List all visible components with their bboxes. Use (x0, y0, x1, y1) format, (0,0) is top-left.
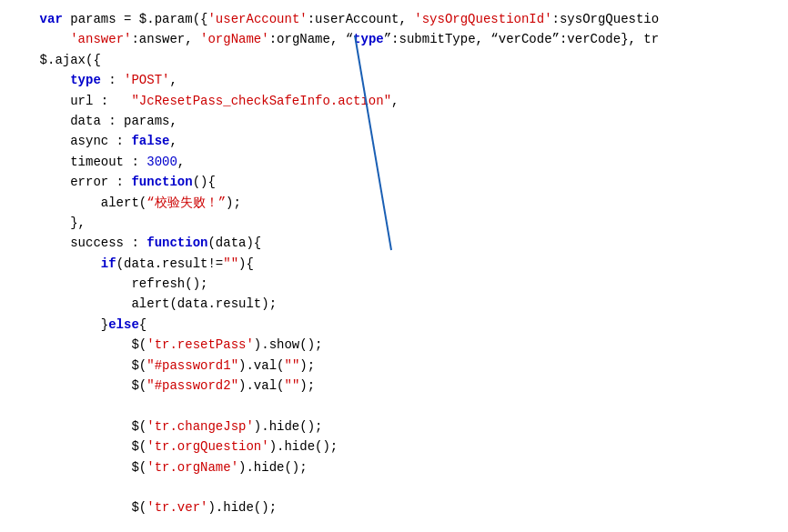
code-line-16: }else{ (0, 315, 788, 335)
code-text: $('tr.orgName').hide(); (9, 457, 308, 477)
code-editor: var params = $.param({'userAccount':user… (0, 0, 788, 532)
code-line-21: $('tr.changeJsp').hide(); (0, 417, 788, 437)
code-line-24 (0, 477, 788, 497)
code-line-18: $("#password1").val(""); (0, 356, 788, 376)
code-line-5: url : "JcResetPass_checkSafeInfo.action"… (0, 91, 788, 111)
code-text: timeout : 3000, (9, 152, 185, 172)
code-line-9: error : function(){ (0, 172, 788, 192)
code-text: $("#password1").val(""); (9, 356, 315, 376)
code-text: type : 'POST', (9, 70, 177, 90)
code-line-10: alert(“校验失败！”); (0, 193, 788, 213)
code-line-4: type : 'POST', (0, 70, 788, 90)
code-line-13: if(data.result!=""){ (0, 254, 788, 274)
code-line-7: async : false, (0, 131, 788, 151)
code-text: 'answer':answer, 'orgName':orgName, “typ… (9, 29, 659, 49)
code-text: }else{ (9, 315, 146, 335)
code-text: alert(“校验失败！”); (9, 193, 241, 213)
code-text: url : "JcResetPass_checkSafeInfo.action"… (9, 91, 399, 111)
code-line-25: $('tr.ver').hide(); (0, 497, 788, 517)
code-text: }, (9, 213, 86, 233)
code-content: var params = $.param({'userAccount':user… (0, 9, 788, 518)
code-line-23: $('tr.orgName').hide(); (0, 457, 788, 477)
code-text: $.ajax({ (9, 50, 101, 70)
code-text: async : false, (9, 131, 177, 151)
code-line-19: $("#password2").val(""); (0, 376, 788, 396)
code-line-11: }, (0, 213, 788, 233)
code-line-3: $.ajax({ (0, 50, 788, 70)
code-text: $('tr.orgQuestion').hide(); (9, 437, 338, 457)
code-text: error : function(){ (9, 172, 216, 192)
code-line-14: refresh(); (0, 274, 788, 294)
code-text: refresh(); (9, 274, 207, 294)
code-text: if(data.result!=""){ (9, 254, 254, 274)
code-text: success : function(data){ (9, 233, 261, 253)
code-line-8: timeout : 3000, (0, 152, 788, 172)
code-text: $('tr.changeJsp').hide(); (9, 417, 322, 437)
code-line-20 (0, 396, 788, 416)
code-text (9, 477, 16, 497)
code-text: $('tr.ver').hide(); (9, 497, 277, 517)
code-text (9, 396, 16, 416)
code-text: alert(data.result); (9, 294, 277, 314)
code-line-12: success : function(data){ (0, 233, 788, 253)
code-line-1: var params = $.param({'userAccount':user… (0, 9, 788, 29)
code-text: var params = $.param({'userAccount':user… (9, 9, 659, 29)
code-text: data : params, (9, 111, 177, 131)
code-line-6: data : params, (0, 111, 788, 131)
code-line-15: alert(data.result); (0, 294, 788, 314)
code-text: $('tr.resetPass').show(); (9, 335, 322, 355)
code-line-2: 'answer':answer, 'orgName':orgName, “typ… (0, 29, 788, 49)
code-text: $("#password2").val(""); (9, 376, 315, 396)
code-line-17: $('tr.resetPass').show(); (0, 335, 788, 355)
code-line-22: $('tr.orgQuestion').hide(); (0, 437, 788, 457)
